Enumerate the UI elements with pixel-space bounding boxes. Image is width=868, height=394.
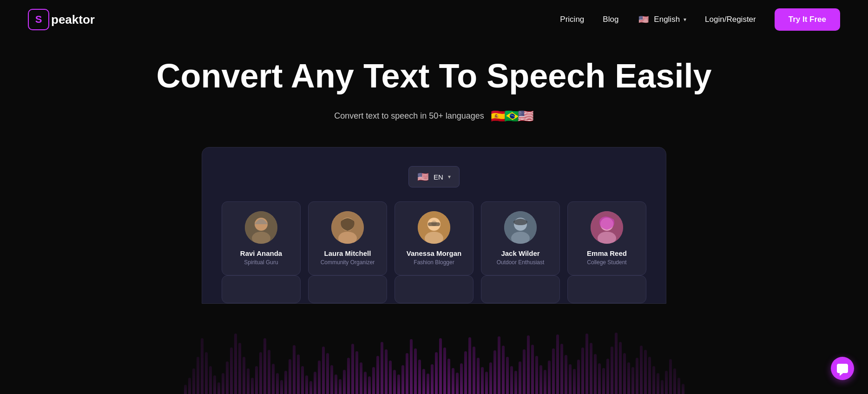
voice-role: Outdoor Enthusiast xyxy=(489,259,552,266)
voice-name: Ravi Ananda xyxy=(230,249,293,257)
wave-bar xyxy=(360,362,362,394)
wave-bar xyxy=(682,384,684,394)
in-app-flag: 🇺🇸 xyxy=(417,171,429,182)
wave-bar xyxy=(439,338,442,394)
app-preview: 🇺🇸 EN ▾ Ravi Ananda Spiritual Guru xyxy=(202,147,666,304)
chat-support-button[interactable] xyxy=(831,357,854,380)
nav-login[interactable]: Login/Register xyxy=(705,15,756,24)
in-app-chevron-icon: ▾ xyxy=(448,174,451,180)
wave-bar xyxy=(573,369,576,394)
wave-bar xyxy=(234,334,237,394)
wave-bar xyxy=(539,365,542,394)
wave-bar xyxy=(339,379,342,394)
wave-bar xyxy=(289,359,291,394)
voice-card-emma-reed[interactable]: Emma Reed College Student xyxy=(567,201,646,275)
wave-bar xyxy=(611,347,613,394)
wave-bar xyxy=(514,371,517,394)
logo[interactable]: S peaktor xyxy=(28,9,95,30)
partial-card-1[interactable] xyxy=(222,275,301,303)
wave-bar xyxy=(435,352,438,394)
partial-card-3[interactable] xyxy=(395,275,473,303)
wave-bar xyxy=(485,372,488,394)
wave-bar xyxy=(372,367,375,394)
wave-bar xyxy=(585,334,588,394)
wave-bar xyxy=(602,368,605,394)
wave-bar xyxy=(661,380,664,394)
wave-bar xyxy=(431,364,434,394)
wave-bar xyxy=(272,364,275,394)
voice-name: Vanessa Morgan xyxy=(402,249,466,257)
wave-bar xyxy=(213,375,216,394)
wave-bar xyxy=(381,342,383,394)
wave-bar xyxy=(598,363,601,394)
chat-icon xyxy=(837,364,848,373)
wave-bar xyxy=(226,361,229,394)
voice-cards-row2 xyxy=(216,275,652,303)
wave-bar xyxy=(414,348,417,394)
wave-bar xyxy=(581,347,584,394)
wave-bar xyxy=(410,339,413,394)
wave-bar xyxy=(314,372,316,394)
wave-bar xyxy=(502,346,505,394)
wave-bar xyxy=(355,351,358,394)
voice-card-ravi-ananda[interactable]: Ravi Ananda Spiritual Guru xyxy=(222,201,301,275)
wave-bar xyxy=(385,349,388,394)
wave-bar xyxy=(473,347,475,394)
hero-section: Convert Any Text To Speech Easily Conver… xyxy=(0,39,868,304)
wave-bar xyxy=(222,373,224,394)
wave-bar xyxy=(623,353,626,394)
wave-bar xyxy=(393,370,396,394)
wave-bar xyxy=(305,375,308,394)
wave-bar xyxy=(456,373,459,394)
wave-bar xyxy=(669,359,672,394)
wave-bar xyxy=(477,358,480,394)
wave-bar xyxy=(364,372,367,394)
in-app-language-selector[interactable]: 🇺🇸 EN ▾ xyxy=(408,166,460,187)
partial-card-4[interactable] xyxy=(481,275,560,303)
wave-bar xyxy=(197,357,199,394)
voice-avatar xyxy=(245,211,277,244)
voice-card-jack-wilder[interactable]: Jack Wilder Outdoor Enthusiast xyxy=(481,201,560,275)
wave-bar xyxy=(665,371,668,394)
partial-card-5[interactable] xyxy=(567,275,646,303)
voice-card-laura-mitchell[interactable]: Laura Mitchell Community Organizer xyxy=(308,201,387,275)
voice-name: Jack Wilder xyxy=(489,249,552,257)
voice-name: Emma Reed xyxy=(575,249,638,257)
wave-bar xyxy=(427,374,429,394)
voice-card-vanessa-morgan[interactable]: Vanessa Morgan Fashion Blogger xyxy=(395,201,473,275)
wave-bar xyxy=(677,378,680,394)
wave-bar xyxy=(318,361,321,394)
language-flag: 🇺🇸 xyxy=(637,13,650,26)
wave-bar xyxy=(376,356,379,394)
wave-bar xyxy=(535,356,538,394)
nav-blog[interactable]: Blog xyxy=(603,15,618,24)
partial-card-2[interactable] xyxy=(308,275,387,303)
wave-bar xyxy=(460,363,463,394)
wave-bar xyxy=(238,343,241,394)
wave-bar xyxy=(594,354,597,394)
wave-bar xyxy=(205,352,208,394)
wave-bar xyxy=(531,345,534,394)
wave-bar xyxy=(280,380,283,394)
nav-language-selector[interactable]: 🇺🇸 English ▾ xyxy=(637,13,686,26)
nav-pricing[interactable]: Pricing xyxy=(560,15,584,24)
try-free-button[interactable]: Try It Free xyxy=(775,8,840,31)
voice-avatar xyxy=(591,211,623,244)
wave-bar xyxy=(640,346,643,394)
wave-bar xyxy=(673,368,676,394)
wave-bar xyxy=(489,362,492,394)
wave-bar xyxy=(519,361,521,394)
wave-bar xyxy=(326,353,329,394)
wave-bar xyxy=(577,360,580,394)
wave-bar xyxy=(347,358,350,394)
wave-bar xyxy=(615,333,618,394)
wave-bar xyxy=(301,366,304,394)
wave-bar xyxy=(606,359,609,394)
wave-bar xyxy=(335,374,337,394)
wave-bar xyxy=(188,378,191,394)
wave-bar xyxy=(627,362,630,394)
wave-bar xyxy=(401,365,404,394)
wave-bar xyxy=(657,373,659,394)
voice-name: Laura Mitchell xyxy=(316,249,379,257)
wave-bar xyxy=(322,347,325,394)
